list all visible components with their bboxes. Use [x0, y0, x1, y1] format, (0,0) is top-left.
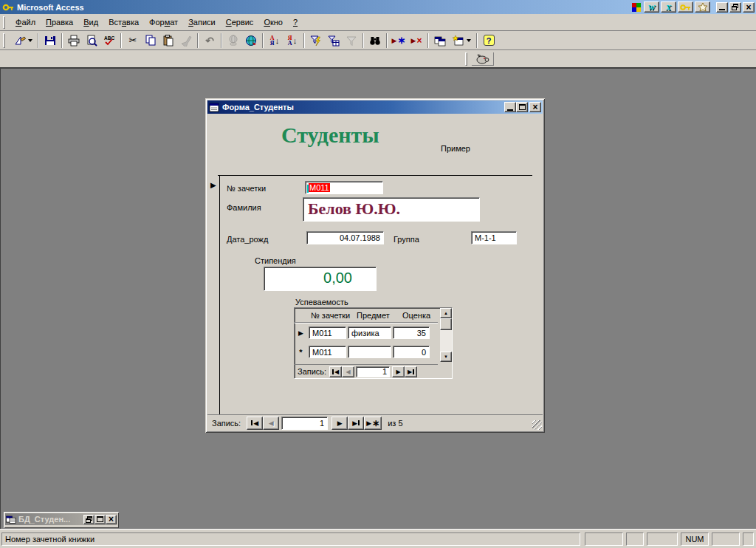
- web-toolbar-button[interactable]: [242, 32, 260, 49]
- format-painter-button: [177, 32, 195, 49]
- subform-cell[interactable]: 0: [393, 346, 430, 358]
- close-button[interactable]: ×: [743, 2, 755, 13]
- subform-cell[interactable]: 35: [393, 326, 430, 339]
- menu-records[interactable]: Записи: [183, 16, 221, 29]
- paste-button[interactable]: [159, 32, 177, 49]
- subform-cell[interactable]: [348, 346, 391, 358]
- status-bar: Номер зачетной книжки NUM: [0, 529, 756, 548]
- new-object-icon: [453, 35, 464, 47]
- spelling-button[interactable]: ABC: [100, 32, 118, 49]
- subform-first-record-button[interactable]: ◀: [329, 366, 342, 377]
- prev-record-button: ◀: [263, 417, 279, 430]
- menu-view[interactable]: Вид: [78, 16, 103, 29]
- new-object-button[interactable]: [449, 32, 474, 49]
- subform-cell[interactable]: М011: [309, 326, 346, 339]
- undo-button: ↶: [201, 32, 219, 49]
- subform-last-record-button[interactable]: ▶: [405, 366, 417, 377]
- menu-help[interactable]: ?: [288, 16, 303, 29]
- status-panel: [743, 532, 754, 546]
- menu-file[interactable]: Файл: [10, 16, 41, 29]
- record-selector-arrow[interactable]: ▶: [210, 181, 216, 189]
- sort-ascending-button[interactable]: АЯ↓: [266, 32, 284, 49]
- subform-record-number-box[interactable]: 1: [356, 366, 390, 377]
- paste-icon: [162, 35, 174, 47]
- minimize-button[interactable]: [716, 2, 728, 13]
- help-button[interactable]: ?: [480, 32, 498, 49]
- menu-edit[interactable]: Правка: [41, 16, 78, 29]
- form-titlebar[interactable]: Форма_Студенты ×: [207, 100, 543, 114]
- filter-by-selection-button[interactable]: [307, 32, 325, 49]
- resize-grip[interactable]: [532, 420, 542, 430]
- last-record-button[interactable]: ▶: [348, 417, 364, 430]
- print-preview-icon: [86, 35, 97, 47]
- view-design-button[interactable]: [10, 32, 35, 49]
- db-close-button[interactable]: ×: [106, 515, 117, 524]
- scrollbar-thumb[interactable]: [440, 318, 452, 330]
- subform-row-selector-new[interactable]: *: [295, 346, 306, 358]
- sort-descending-button[interactable]: ЯА↓: [284, 32, 301, 49]
- record-selector-line: [219, 176, 220, 414]
- custom-toolbar: [0, 50, 756, 68]
- copy-button[interactable]: [142, 32, 159, 49]
- office-logo-icon[interactable]: [630, 1, 642, 13]
- status-message: Номер зачетной книжки: [1, 532, 580, 546]
- minimized-titlebar[interactable]: БД_Студен... ×: [5, 513, 117, 525]
- group-field[interactable]: М-1-1: [471, 231, 517, 244]
- subform-row-selector-current[interactable]: ▶: [295, 326, 306, 339]
- app-titlebar[interactable]: Microsoft Access W X ×: [0, 0, 756, 14]
- print-button[interactable]: [65, 32, 83, 49]
- find-button[interactable]: [366, 32, 384, 49]
- record-number-box[interactable]: 1: [281, 417, 328, 430]
- stipend-field[interactable]: 0,00: [264, 267, 377, 291]
- form-header-note: Пример: [441, 144, 470, 153]
- filter-by-form-button[interactable]: [325, 32, 343, 49]
- word-icon[interactable]: W: [644, 1, 659, 13]
- database-window-button[interactable]: [431, 32, 449, 49]
- form-minimize-button[interactable]: [504, 102, 516, 112]
- save-button[interactable]: [41, 32, 59, 49]
- access-shortcut-icon[interactable]: [678, 1, 693, 13]
- subform-cell[interactable]: М011: [309, 346, 346, 358]
- subform-next-record-button[interactable]: ▶: [392, 366, 405, 377]
- new-record-nav-button[interactable]: ▶∗: [364, 417, 382, 430]
- new-record-button[interactable]: ▶∗: [390, 32, 408, 49]
- filter-selection-icon: [310, 35, 322, 47]
- view-dropdown-arrow[interactable]: [28, 39, 32, 42]
- record-number-field[interactable]: М011: [305, 181, 383, 194]
- subform-cell[interactable]: физика: [348, 326, 391, 339]
- subform-scrollbar[interactable]: ▲ ▼: [440, 308, 452, 362]
- birth-date-field[interactable]: 04.07.1988: [306, 231, 384, 244]
- db-maximize-button[interactable]: [94, 515, 106, 524]
- stipend-value: 0,00: [264, 267, 376, 290]
- db-restore-button[interactable]: [83, 515, 94, 524]
- toolbar-drag-handle[interactable]: [3, 33, 5, 48]
- excel-icon[interactable]: X: [661, 1, 676, 13]
- restore-button[interactable]: [729, 2, 741, 13]
- view-design-icon: [14, 35, 26, 47]
- form-window: Форма_Студенты × Студенты Пример ▶ № зач…: [205, 98, 545, 433]
- new-object-dropdown-arrow[interactable]: [467, 39, 471, 42]
- form-maximize-button[interactable]: [516, 102, 528, 112]
- surname-field[interactable]: Белов Ю.Ю.: [303, 197, 480, 222]
- menu-format[interactable]: Формат: [144, 16, 183, 29]
- form-close-button[interactable]: ×: [529, 102, 541, 112]
- menubar-drag-handle[interactable]: [3, 16, 5, 29]
- next-record-button[interactable]: ▶: [331, 417, 348, 430]
- custom-toolbar-drag-handle[interactable]: [465, 52, 467, 66]
- status-panel: [712, 532, 740, 546]
- print-preview-button[interactable]: [83, 32, 100, 49]
- scroll-up-icon[interactable]: ▲: [440, 308, 452, 318]
- menu-insert[interactable]: Вставка: [103, 16, 144, 29]
- pig-button[interactable]: [471, 52, 495, 66]
- cut-button[interactable]: ✂: [124, 32, 142, 49]
- num-lock-indicator: NUM: [681, 532, 709, 546]
- delete-record-button[interactable]: ▶×: [408, 32, 425, 49]
- web-globe-icon: [245, 35, 257, 47]
- first-record-button[interactable]: ◀: [247, 417, 263, 430]
- office-app-icon[interactable]: [695, 1, 710, 13]
- menu-window[interactable]: Окно: [258, 16, 288, 29]
- subform-col-subject: Предмет: [357, 311, 390, 320]
- format-painter-icon: [180, 35, 192, 47]
- menu-tools[interactable]: Сервис: [221, 16, 259, 29]
- scroll-down-icon[interactable]: ▼: [440, 352, 452, 362]
